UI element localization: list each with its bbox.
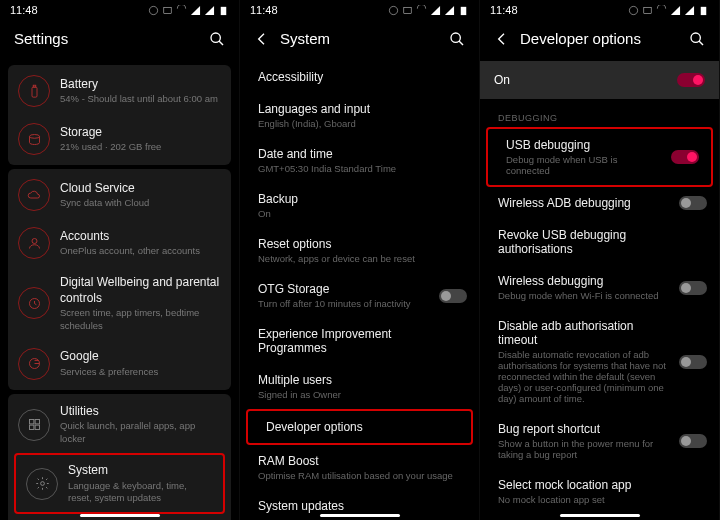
statusbar: 11:48 xyxy=(0,0,239,20)
search-icon[interactable] xyxy=(209,31,225,47)
dev-master-toggle[interactable]: On xyxy=(480,61,719,99)
svg-point-7 xyxy=(29,134,39,138)
status-icons xyxy=(388,5,469,16)
svg-rect-10 xyxy=(29,420,33,424)
dev-item-bugreport[interactable]: Bug report shortcut Show a button in the… xyxy=(480,413,719,469)
svg-rect-6 xyxy=(33,85,36,87)
highlight-usb-debugging: USB debugging Debug mode when USB is con… xyxy=(486,127,713,187)
developer-panel: 11:48 Developer options On DEBUGGING USB… xyxy=(480,0,720,520)
item-label: Battery xyxy=(60,77,221,93)
settings-item-battery[interactable]: Battery 54% - Should last until about 6:… xyxy=(8,67,231,115)
settings-item-wellbeing[interactable]: Digital Wellbeing and parental controls … xyxy=(8,267,231,340)
status-icons xyxy=(628,5,709,16)
statusbar: 11:48 xyxy=(240,0,479,20)
svg-rect-2 xyxy=(221,6,227,14)
item-sub: Sync data with Cloud xyxy=(60,197,221,209)
svg-point-0 xyxy=(149,6,157,14)
svg-point-23 xyxy=(629,6,637,14)
system-item-otg[interactable]: OTG Storage Turn off after 10 minutes of… xyxy=(240,273,479,318)
highlight-system: System Language & keyboard, time, reset,… xyxy=(14,453,225,514)
svg-rect-24 xyxy=(644,7,651,13)
dev-item-wireless-adb[interactable]: Wireless ADB debugging xyxy=(480,187,719,219)
toggle-adb-timeout[interactable] xyxy=(679,355,707,369)
dev-item-revoke[interactable]: Revoke USB debugging authorisations xyxy=(480,219,719,265)
item-sub: Screen time, app timers, bedtime schedul… xyxy=(60,307,221,332)
svg-rect-11 xyxy=(35,420,39,424)
google-icon xyxy=(18,348,50,380)
settings-item-google[interactable]: Google Services & preferences xyxy=(8,340,231,388)
item-label: Cloud Service xyxy=(60,181,221,197)
search-icon[interactable] xyxy=(449,31,465,47)
utilities-icon xyxy=(18,409,50,441)
storage-card: Battery 54% - Should last until about 6:… xyxy=(8,65,231,165)
system-item-developer[interactable]: Developer options xyxy=(248,411,471,443)
cloud-card: Cloud Service Sync data with Cloud Accou… xyxy=(8,169,231,390)
svg-rect-13 xyxy=(35,425,39,429)
item-label: Accounts xyxy=(60,229,221,245)
battery-icon xyxy=(18,75,50,107)
toggle-otg[interactable] xyxy=(439,289,467,303)
wellbeing-icon xyxy=(18,287,50,319)
system-item-languages[interactable]: Languages and input English (India), Gbo… xyxy=(240,93,479,138)
system-item-experience[interactable]: Experience Improvement Programmes xyxy=(240,318,479,364)
toggle-wireless-adb[interactable] xyxy=(679,196,707,210)
nav-handle[interactable] xyxy=(560,514,640,517)
settings-item-system[interactable]: System Language & keyboard, time, reset,… xyxy=(16,455,223,512)
item-label: Utilities xyxy=(60,404,221,420)
header: Settings xyxy=(0,20,239,61)
svg-point-21 xyxy=(451,33,460,42)
toggle-usb-debugging[interactable] xyxy=(671,150,699,164)
system-item-date[interactable]: Date and time GMT+05:30 India Standard T… xyxy=(240,138,479,183)
settings-item-utilities[interactable]: Utilities Quick launch, parallel apps, a… xyxy=(8,396,231,453)
item-sub: 54% - Should last until about 6:00 am xyxy=(60,93,221,105)
dev-item-wireless-debug[interactable]: Wireless debugging Debug mode when Wi-Fi… xyxy=(480,265,719,310)
page-title: System xyxy=(280,30,330,47)
svg-rect-1 xyxy=(164,7,171,13)
item-sub: OnePlus account, other accounts xyxy=(60,245,221,257)
dev-item-adb-timeout[interactable]: Disable adb authorisation timeout Disabl… xyxy=(480,310,719,413)
item-label: Storage xyxy=(60,125,221,141)
section-debugging: DEBUGGING xyxy=(480,105,719,127)
status-icons xyxy=(148,5,229,16)
toggle-wireless-debug[interactable] xyxy=(679,281,707,295)
cloud-icon xyxy=(18,179,50,211)
item-label: Digital Wellbeing and parental controls xyxy=(60,275,221,306)
svg-rect-12 xyxy=(29,425,33,429)
system-item-accessibility[interactable]: Accessibility xyxy=(240,61,479,93)
svg-line-4 xyxy=(219,41,223,45)
nav-handle[interactable] xyxy=(320,514,400,517)
settings-item-storage[interactable]: Storage 21% used · 202 GB free xyxy=(8,115,231,163)
dev-item-usb-debug[interactable]: USB debugging Debug mode when USB is con… xyxy=(488,129,711,185)
back-icon[interactable] xyxy=(494,31,510,47)
system-item-ramboost[interactable]: RAM Boost Optimise RAM utilisation based… xyxy=(240,445,479,490)
statusbar: 11:48 xyxy=(480,0,719,20)
nav-handle[interactable] xyxy=(80,514,160,517)
search-icon[interactable] xyxy=(689,31,705,47)
svg-line-27 xyxy=(699,41,703,45)
settings-item-accounts[interactable]: Accounts OnePlus account, other accounts xyxy=(8,219,231,267)
on-label: On xyxy=(494,73,510,87)
clock: 11:48 xyxy=(10,4,38,16)
item-sub: Quick launch, parallel apps, app locker xyxy=(60,420,221,445)
device-card: Utilities Quick launch, parallel apps, a… xyxy=(8,394,231,520)
svg-rect-5 xyxy=(32,87,37,97)
system-item-users[interactable]: Multiple users Signed in as Owner xyxy=(240,364,479,409)
system-item-reset[interactable]: Reset options Network, apps or device ca… xyxy=(240,228,479,273)
svg-rect-19 xyxy=(404,7,411,13)
svg-point-3 xyxy=(211,33,220,42)
system-item-backup[interactable]: Backup On xyxy=(240,183,479,228)
svg-rect-20 xyxy=(461,6,467,14)
header: System xyxy=(240,20,479,61)
toggle-dev-options[interactable] xyxy=(677,73,705,87)
settings-panel: 11:48 Settings Battery 54% - Should last… xyxy=(0,0,240,520)
clock: 11:48 xyxy=(490,4,518,16)
system-panel: 11:48 System Accessibility Languages and… xyxy=(240,0,480,520)
page-title: Settings xyxy=(14,30,68,47)
item-sub: Services & preferences xyxy=(60,366,221,378)
settings-item-cloud[interactable]: Cloud Service Sync data with Cloud xyxy=(8,171,231,219)
dev-item-mock-location[interactable]: Select mock location app No mock locatio… xyxy=(480,469,719,514)
svg-point-18 xyxy=(389,6,397,14)
toggle-bugreport[interactable] xyxy=(679,434,707,448)
back-icon[interactable] xyxy=(254,31,270,47)
svg-point-8 xyxy=(32,238,37,243)
